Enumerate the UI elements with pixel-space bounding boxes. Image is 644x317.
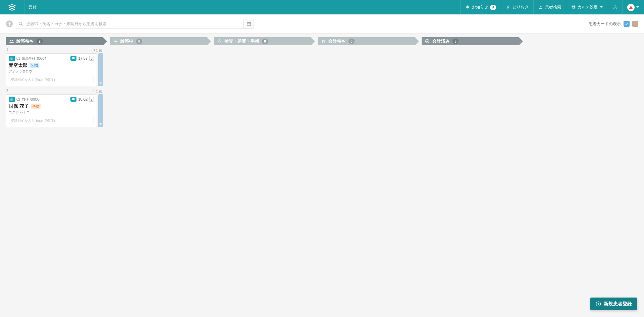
column-header[interactable]: 診察待ち2 [6,37,103,45]
card-toggle-label: 患者カードの表示 [589,21,621,27]
card-toggle-check[interactable] [624,21,630,27]
chevron-down-icon [99,82,102,85]
card-expand-handle[interactable] [98,53,103,86]
card-time: 18:02 [78,97,88,101]
card-pid: 00005 [30,98,40,101]
card-kana: アオゾラタロウ [9,69,94,74]
purpose-input[interactable] [9,76,94,83]
nav-org[interactable] [608,0,622,14]
add-icon[interactable] [6,20,13,28]
chevron-down-icon [600,5,603,10]
purpose-input[interactable] [9,117,94,124]
column-count: 5 [452,39,459,44]
svg-point-0 [540,6,542,7]
nav-notice-label: お知らせ [472,4,488,10]
flask-icon [217,39,222,44]
app-header: 受付 お知らせ 3 とりおき 患者検索 カルテ設定 [0,0,644,14]
column-procedure: 検査・処置・手術0 [214,37,311,45]
card-name: 青空太郎 [9,62,28,68]
card-seq: 02 [16,98,20,101]
column-label: 会計済み [432,38,450,44]
page-title: 受付 [24,4,41,10]
pin-icon [506,5,511,10]
column-waiting: 診察待ち210 分前新01整形外科0000417:576青空太郎50歳アオゾラタ… [6,37,103,127]
nav-patient-search[interactable]: 患者検索 [533,0,566,14]
bell-icon [465,5,470,10]
card-index: 1 [6,48,8,53]
calendar-button[interactable] [244,19,254,29]
nav-settings[interactable]: カルテ設定 [566,0,608,14]
sitemap-icon [613,5,618,10]
card-num: 7 [89,97,94,102]
column-in-exam: 診察中0 [110,37,207,45]
color-swatch[interactable] [632,21,638,27]
svg-rect-6 [247,22,251,25]
card-index: 2 [6,89,8,94]
search-group [16,19,254,29]
svg-point-5 [19,22,22,25]
toolbar: 患者カードの表示 [0,14,644,34]
column-label: 検査・処置・手術 [224,38,259,44]
nav-pin[interactable]: とりおき [501,0,533,14]
card-kana: コクホ ハナコ [9,110,94,115]
card-expand-handle[interactable] [98,94,103,127]
card-elapsed: 0 分前 [93,48,102,53]
patient-card[interactable]: 新02内科0000518:027国保 花子36歳コクホ ハナコ [6,94,103,127]
card-name: 国保 花子 [9,103,29,109]
patient-card[interactable]: 新01整形外科0000417:576青空太郎50歳アオゾラタロウ [6,53,103,86]
card-pid: 00004 [37,57,46,60]
column-payment-done: 会計済み5 [422,37,519,45]
new-tag: 新 [9,56,15,61]
gear-icon [571,5,576,10]
board: 診察待ち210 分前新01整形外科0000417:576青空太郎50歳アオゾラタ… [0,34,644,131]
card-display-toggle: 患者カードの表示 [589,21,638,27]
nav-settings-label: カルテ設定 [578,4,598,10]
nav-notice-count: 3 [490,5,496,10]
stethoscope-icon [113,39,118,44]
card-dept: 整形外科 [22,56,35,61]
svg-point-7 [10,40,11,41]
search-icon [18,21,23,26]
column-count: 0 [136,39,142,44]
card-age: 50歳 [30,63,39,68]
svg-rect-2 [613,8,614,9]
svg-point-8 [12,40,13,41]
nav-user-menu[interactable] [622,0,644,14]
card-dept: 内科 [22,97,29,102]
column-payment-waiting: 会計待ち0 [318,37,415,45]
nav-notice[interactable]: お知らせ 3 [460,0,501,14]
comment-icon[interactable] [70,97,76,102]
svg-point-11 [324,43,325,43]
column-count: 0 [348,39,355,44]
column-count: 2 [37,39,43,44]
card-num: 6 [89,56,94,61]
chevron-down-icon [636,5,639,10]
column-label: 診察待ち [16,38,34,44]
svg-rect-3 [616,8,617,9]
column-header[interactable]: 会計待ち0 [318,37,415,45]
users-icon [9,39,14,44]
card-age: 36歳 [31,104,41,109]
nav-pin-label: とりおき [513,4,529,10]
cart-icon [321,39,326,44]
svg-point-9 [117,41,117,42]
avatar [627,4,635,11]
card-seq: 01 [16,57,20,60]
column-label: 診察中 [120,38,133,44]
column-header[interactable]: 検査・処置・手術0 [214,37,311,45]
svg-rect-1 [614,5,616,6]
check-icon [425,39,430,44]
new-tag: 新 [9,97,15,102]
column-header[interactable]: 会計済み5 [422,37,519,45]
card-time: 17:57 [78,56,88,60]
calendar-icon [247,21,251,26]
column-label: 会計待ち [328,38,346,44]
column-header[interactable]: 診察中0 [110,37,207,45]
column-count: 0 [262,39,268,44]
svg-point-10 [322,43,323,43]
search-input[interactable] [16,19,244,29]
comment-icon[interactable] [70,56,76,61]
person-icon [538,5,543,10]
logo[interactable] [0,0,24,14]
card-elapsed: 1 分前 [93,89,102,94]
